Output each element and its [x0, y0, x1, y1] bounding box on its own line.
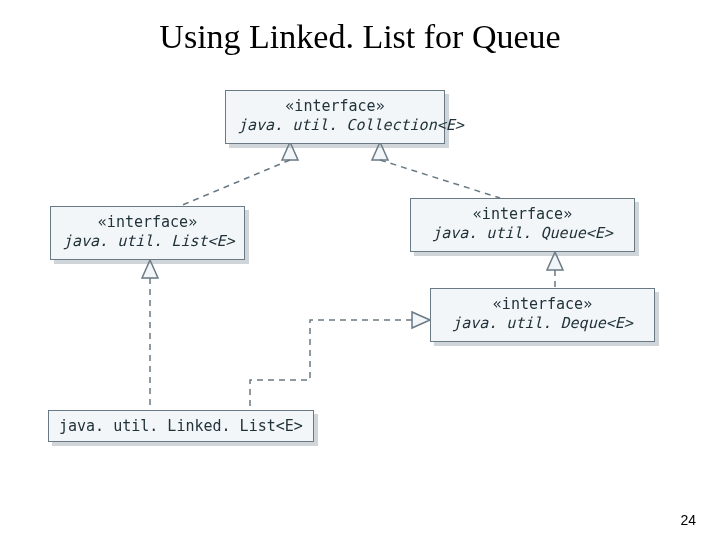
- stereotype-label: «interface»: [423, 205, 622, 224]
- realization-arrowhead: [142, 260, 158, 278]
- realization-arrowhead: [372, 142, 388, 160]
- uml-interface-queue: «interface» java. util. Queue<E>: [410, 198, 635, 252]
- interface-name: java. util. Queue<E>: [423, 224, 622, 243]
- stereotype-label: «interface»: [443, 295, 642, 314]
- uml-diagram: «interface» java. util. Collection<E> «i…: [30, 80, 690, 480]
- realization-arrowhead: [282, 142, 298, 160]
- uml-interface-list: «interface» java. util. List<E>: [50, 206, 245, 260]
- interface-name: java. util. List<E>: [63, 232, 232, 251]
- realization-line: [180, 160, 290, 206]
- uml-class-linkedlist: java. util. Linked. List<E>: [48, 410, 314, 442]
- realization-arrowhead: [547, 252, 563, 270]
- realization-arrowhead: [412, 312, 430, 328]
- realization-line: [380, 160, 500, 198]
- stereotype-label: «interface»: [238, 97, 432, 116]
- uml-interface-collection: «interface» java. util. Collection<E>: [225, 90, 445, 144]
- interface-name: java. util. Collection<E>: [238, 116, 432, 135]
- interface-name: java. util. Deque<E>: [443, 314, 642, 333]
- realization-line: [250, 320, 412, 410]
- stereotype-label: «interface»: [63, 213, 232, 232]
- page-number: 24: [680, 512, 696, 528]
- uml-interface-deque: «interface» java. util. Deque<E>: [430, 288, 655, 342]
- page-title: Using Linked. List for Queue: [0, 18, 720, 56]
